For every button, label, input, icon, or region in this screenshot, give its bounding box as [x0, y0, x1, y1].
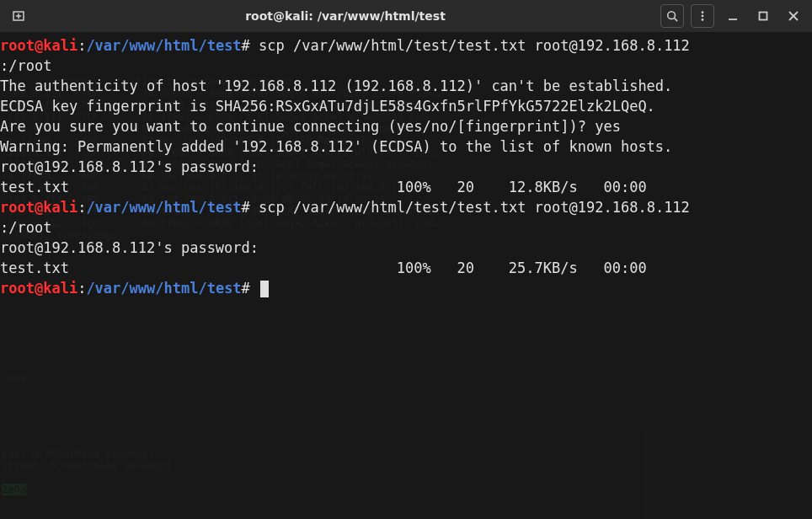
svg-point-5	[702, 11, 704, 13]
prompt-path: /var/www/html/test	[86, 280, 241, 297]
prompt-hash: #	[242, 199, 250, 216]
prompt-colon: :	[77, 280, 86, 297]
menu-button[interactable]	[691, 4, 714, 28]
terminal-content[interactable]: root@kali:/var/www/html/test# scp /var/w…	[0, 32, 812, 519]
output-confirm: Are you sure you want to continue connec…	[0, 116, 812, 136]
prompt-user: root@kali	[0, 37, 77, 54]
command-2-continuation: :/root	[0, 217, 812, 238]
output-password-1: root@192.168.8.112's password:	[0, 157, 812, 177]
svg-point-3	[668, 12, 676, 19]
output-authenticity: The authenticity of host '192.168.8.112 …	[0, 76, 812, 96]
new-tab-button[interactable]	[7, 4, 30, 28]
prompt-colon: :	[77, 37, 86, 54]
prompt-hash: #	[242, 280, 250, 297]
search-button[interactable]	[660, 4, 684, 28]
output-transfer-1: test.txt 100% 20 12.8KB/s 00:00	[0, 177, 812, 197]
svg-point-6	[702, 15, 704, 18]
window-titlebar: root@kali: /var/www/html/test	[0, 0, 812, 32]
maximize-button[interactable]	[751, 4, 775, 28]
command-1: scp /var/www/html/test/test.txt root@192…	[250, 37, 690, 54]
prompt-user: root@kali	[0, 199, 77, 216]
close-button[interactable]	[782, 4, 805, 28]
prompt-colon: :	[77, 199, 86, 216]
command-1-continuation: :/root	[0, 56, 812, 76]
output-warning: Warning: Permanently added '192.168.8.11…	[0, 136, 812, 157]
prompt-hash: #	[242, 37, 250, 54]
window-title: root@kali: /var/www/html/test	[34, 9, 657, 23]
output-ecdsa: ECDSA key fingerprint is SHA256:RSxGxATu…	[0, 96, 812, 116]
minimize-button[interactable]	[721, 4, 745, 28]
prompt-user: root@kali	[0, 280, 77, 297]
output-password-2: root@192.168.8.112's password:	[0, 238, 812, 258]
svg-rect-9	[760, 13, 767, 20]
output-transfer-2: test.txt 100% 20 25.7KB/s 00:00	[0, 258, 812, 278]
svg-line-4	[675, 19, 678, 22]
command-2: scp /var/www/html/test/test.txt root@192…	[250, 199, 690, 216]
prompt-path: /var/www/html/test	[86, 37, 241, 54]
terminal-cursor	[260, 281, 269, 297]
prompt-path: /var/www/html/test	[86, 199, 241, 216]
svg-point-7	[702, 19, 704, 21]
